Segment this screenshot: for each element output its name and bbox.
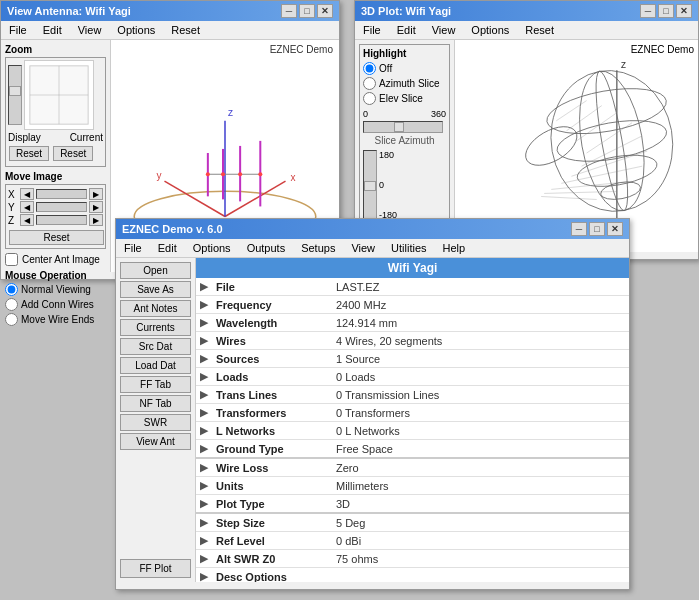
menu-setups-eznec[interactable]: Setups <box>297 241 339 255</box>
menu-file[interactable]: File <box>5 23 31 37</box>
table-row[interactable]: ▶Wavelength124.914 mm <box>196 314 629 332</box>
table-row[interactable]: ▶Desc Options <box>196 568 629 583</box>
table-row[interactable]: ▶Loads0 Loads <box>196 368 629 386</box>
elev-v-slider[interactable] <box>363 150 377 220</box>
plot-menu-edit[interactable]: Edit <box>393 23 420 37</box>
highlight-off-radio[interactable] <box>363 62 376 75</box>
ff-tab-btn[interactable]: FF Tab <box>120 376 191 393</box>
swr-btn[interactable]: SWR <box>120 414 191 431</box>
y-left-btn[interactable]: ◀ <box>20 201 34 213</box>
expand-arrow[interactable]: ▶ <box>196 332 212 350</box>
expand-arrow[interactable]: ▶ <box>196 368 212 386</box>
expand-arrow[interactable]: ▶ <box>196 568 212 583</box>
az-slider-thumb[interactable] <box>394 122 404 132</box>
highlight-az-radio[interactable] <box>363 77 376 90</box>
menu-utilities-eznec[interactable]: Utilities <box>387 241 430 255</box>
move-wire-radio[interactable] <box>5 313 18 326</box>
expand-arrow[interactable]: ▶ <box>196 296 212 314</box>
row-value: 124.914 mm <box>332 314 629 332</box>
expand-arrow[interactable]: ▶ <box>196 440 212 459</box>
z-slider[interactable] <box>36 215 87 225</box>
minimize-btn[interactable]: ─ <box>281 4 297 18</box>
src-dat-btn[interactable]: Src Dat <box>120 338 191 355</box>
x-slider[interactable] <box>36 189 87 199</box>
load-dat-btn[interactable]: Load Dat <box>120 357 191 374</box>
z-row: Z ◀ ▶ <box>8 214 103 226</box>
highlight-elev-radio[interactable] <box>363 92 376 105</box>
menu-options[interactable]: Options <box>113 23 159 37</box>
table-row[interactable]: ▶UnitsMillimeters <box>196 477 629 495</box>
eznec-max-btn[interactable]: □ <box>589 222 605 236</box>
table-row[interactable]: ▶FileLAST.EZ <box>196 278 629 296</box>
add-conn-radio[interactable] <box>5 298 18 311</box>
table-row[interactable]: ▶Ground TypeFree Space <box>196 440 629 459</box>
reset-btn-left[interactable]: Reset <box>9 146 49 161</box>
nf-tab-btn[interactable]: NF Tab <box>120 395 191 412</box>
table-row[interactable]: ▶Trans Lines0 Transmission Lines <box>196 386 629 404</box>
plot-menu-options[interactable]: Options <box>467 23 513 37</box>
expand-arrow[interactable]: ▶ <box>196 495 212 514</box>
open-btn[interactable]: Open <box>120 262 191 279</box>
menu-reset[interactable]: Reset <box>167 23 204 37</box>
reset-btn-right[interactable]: Reset <box>53 146 93 161</box>
menu-edit[interactable]: Edit <box>39 23 66 37</box>
z-right-btn[interactable]: ▶ <box>89 214 103 226</box>
table-row[interactable]: ▶Wires4 Wires, 20 segments <box>196 332 629 350</box>
maximize-btn[interactable]: □ <box>299 4 315 18</box>
table-row[interactable]: ▶Ref Level0 dBi <box>196 532 629 550</box>
eznec-close-btn[interactable]: ✕ <box>607 222 623 236</box>
menu-edit-eznec[interactable]: Edit <box>154 241 181 255</box>
menu-view-eznec[interactable]: View <box>347 241 379 255</box>
expand-arrow[interactable]: ▶ <box>196 550 212 568</box>
menu-help-eznec[interactable]: Help <box>439 241 470 255</box>
plot-menu-file[interactable]: File <box>359 23 385 37</box>
expand-arrow[interactable]: ▶ <box>196 278 212 296</box>
expand-arrow[interactable]: ▶ <box>196 532 212 550</box>
table-row[interactable]: ▶Plot Type3D <box>196 495 629 514</box>
zoom-v-slider[interactable] <box>8 65 22 125</box>
expand-arrow[interactable]: ▶ <box>196 386 212 404</box>
move-reset-btn[interactable]: Reset <box>9 230 104 245</box>
menu-options-eznec[interactable]: Options <box>189 241 235 255</box>
expand-arrow[interactable]: ▶ <box>196 422 212 440</box>
zoom-slider-thumb[interactable] <box>9 86 21 96</box>
expand-arrow[interactable]: ▶ <box>196 458 212 477</box>
plot-close-btn[interactable]: ✕ <box>676 4 692 18</box>
plot-menu-reset[interactable]: Reset <box>521 23 558 37</box>
eznec-min-btn[interactable]: ─ <box>571 222 587 236</box>
table-row[interactable]: ▶Transformers0 Transformers <box>196 404 629 422</box>
x-right-btn[interactable]: ▶ <box>89 188 103 200</box>
ff-plot-btn[interactable]: FF Plot <box>120 559 191 578</box>
view-ant-btn[interactable]: View Ant <box>120 433 191 450</box>
az-h-slider[interactable] <box>363 121 443 133</box>
close-btn[interactable]: ✕ <box>317 4 333 18</box>
table-row[interactable]: ▶Frequency2400 MHz <box>196 296 629 314</box>
table-row[interactable]: ▶L Networks0 L Networks <box>196 422 629 440</box>
table-row[interactable]: ▶Sources1 Source <box>196 350 629 368</box>
menu-outputs-eznec[interactable]: Outputs <box>243 241 290 255</box>
plot-min-btn[interactable]: ─ <box>640 4 656 18</box>
expand-arrow[interactable]: ▶ <box>196 513 212 532</box>
menu-file-eznec[interactable]: File <box>120 241 146 255</box>
save-as-btn[interactable]: Save As <box>120 281 191 298</box>
expand-arrow[interactable]: ▶ <box>196 350 212 368</box>
table-row[interactable]: ▶Step Size5 Deg <box>196 513 629 532</box>
plot-max-btn[interactable]: □ <box>658 4 674 18</box>
plot-menu-view[interactable]: View <box>428 23 460 37</box>
expand-arrow[interactable]: ▶ <box>196 404 212 422</box>
view-antenna-menubar: File Edit View Options Reset <box>1 21 339 40</box>
z-left-btn[interactable]: ◀ <box>20 214 34 226</box>
y-right-btn[interactable]: ▶ <box>89 201 103 213</box>
normal-viewing-radio[interactable] <box>5 283 18 296</box>
y-slider[interactable] <box>36 202 87 212</box>
expand-arrow[interactable]: ▶ <box>196 314 212 332</box>
table-row[interactable]: ▶Alt SWR Z075 ohms <box>196 550 629 568</box>
currents-btn[interactable]: Currents <box>120 319 191 336</box>
ant-notes-btn[interactable]: Ant Notes <box>120 300 191 317</box>
center-ant-checkbox[interactable] <box>5 253 18 266</box>
x-left-btn[interactable]: ◀ <box>20 188 34 200</box>
menu-view[interactable]: View <box>74 23 106 37</box>
table-row[interactable]: ▶Wire LossZero <box>196 458 629 477</box>
expand-arrow[interactable]: ▶ <box>196 477 212 495</box>
elev-thumb[interactable] <box>364 181 376 191</box>
